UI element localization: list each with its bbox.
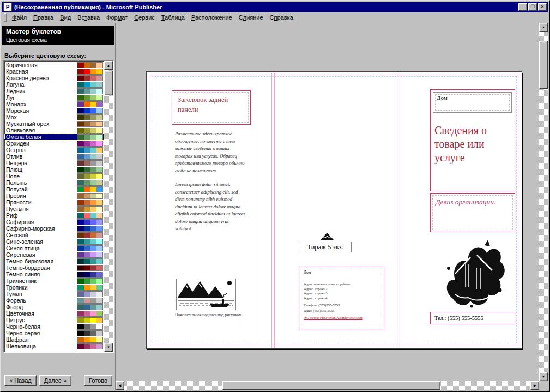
horizontal-scrollbar-track[interactable]	[124, 381, 530, 390]
scheme-option-Прерия[interactable]: Прерия	[4, 192, 104, 199]
scheme-option-Морская[interactable]: Морская	[4, 107, 104, 114]
scheme-option-Черно-белая[interactable]: Черно-белая	[4, 323, 104, 330]
scheme-option-Сиреневая[interactable]: Сиреневая	[4, 251, 104, 258]
scroll-up-icon[interactable]: ▲	[539, 23, 548, 32]
scheme-option-Мускатный орех[interactable]: Мускатный орех	[4, 120, 104, 127]
scheme-option-Красное дерево[interactable]: Красное дерево	[4, 75, 104, 81]
scroll-up-icon[interactable]: ▲	[104, 61, 113, 70]
scheme-name: Попугай	[6, 186, 77, 192]
vertical-scrollbar-track[interactable]	[539, 32, 548, 372]
scheme-option-Коричневая[interactable]: Коричневая	[4, 62, 104, 68]
scheme-option-Шафран[interactable]: Шафран	[4, 336, 104, 343]
scheme-option-Лагуна[interactable]: Лагуна	[4, 81, 104, 88]
horizontal-scrollbar-thumb[interactable]	[222, 381, 440, 390]
back-panel-body-textbox[interactable]: Разместите здесь краткое обобщение, но в…	[175, 130, 247, 239]
scheme-option-Монарх[interactable]: Монарх	[4, 101, 104, 107]
menu-item-Слияние[interactable]: Слияние	[235, 13, 267, 22]
scheme-option-Тропики[interactable]: Тропики	[4, 284, 104, 291]
scroll-right-icon[interactable]: ▶	[530, 381, 539, 390]
brochure-page[interactable]: Заголовок задней панели Разместите здесь…	[146, 71, 522, 349]
pyramid-logo-icon[interactable]	[320, 232, 334, 240]
scheme-option-Пещера[interactable]: Пещера	[4, 160, 104, 166]
scheme-option-Омела белая[interactable]: Омела белая	[4, 134, 104, 140]
scheme-option-Фьорд[interactable]: Фьорд	[4, 304, 104, 310]
front-panel-box[interactable]: Дом Сведения о товаре или услуге	[430, 89, 515, 191]
scheme-option-Отлив[interactable]: Отлив	[4, 153, 104, 160]
scheme-option-Риф[interactable]: Риф	[4, 212, 104, 219]
picture-caption[interactable]: Пояснительная подпись под рисунком.	[175, 312, 245, 318]
scheme-option-Сине-зеленая[interactable]: Сине-зеленая	[4, 238, 104, 245]
ink-drawing-clipart[interactable]	[439, 236, 507, 310]
scheme-swatches	[77, 343, 103, 349]
scheme-option-Цветочная[interactable]: Цветочная	[4, 310, 104, 317]
scrollbar-thumb[interactable]	[104, 71, 113, 95]
menu-item-Справка[interactable]: Справка	[267, 13, 297, 22]
menu-item-Файл[interactable]: Файл	[9, 13, 30, 22]
address-box[interactable]: Дом Адрес основного места работыАдрес, с…	[299, 267, 384, 330]
vertical-scrollbar-thumb[interactable]	[539, 41, 548, 89]
scheme-option-Темно-бордовая[interactable]: Темно-бордовая	[4, 264, 104, 271]
horizontal-scrollbar[interactable]: ◀ ▶	[116, 381, 539, 390]
scheme-option-Цитрус[interactable]: Цитрус	[4, 317, 104, 323]
tirazh-textbox[interactable]: Тираж 5 экз.	[299, 242, 352, 252]
org-name-box[interactable]: Дом	[433, 92, 512, 113]
scheme-list-scrollbar[interactable]: ▲ ▼	[104, 61, 113, 352]
scrollbar-track[interactable]	[104, 70, 113, 343]
menu-item-Вид[interactable]: Вид	[57, 13, 74, 22]
minimize-button[interactable]: _	[518, 3, 527, 11]
address-phone: Телефон: (555)555-5555	[304, 303, 379, 308]
scheme-option-Форель[interactable]: Форель	[4, 297, 104, 304]
scheme-option-Луг[interactable]: Луг	[4, 94, 104, 101]
scheme-option-Остров[interactable]: Остров	[4, 147, 104, 153]
scheme-option-Черно-серая[interactable]: Черно-серая	[4, 330, 104, 336]
scheme-option-Попугай[interactable]: Попугай	[4, 186, 104, 192]
scheme-swatches	[77, 258, 103, 264]
back-panel-heading-box[interactable]: Заголовок задней панели	[172, 90, 251, 125]
phone-box[interactable]: Тел.: (555) 555-5555	[430, 312, 515, 324]
close-button[interactable]: ✕	[538, 3, 547, 11]
scheme-option-Ледник[interactable]: Ледник	[4, 88, 104, 94]
motto-box[interactable]: Девиз организации.	[430, 193, 515, 232]
menu-item-Формат[interactable]: Формат	[103, 13, 131, 22]
scheme-option-Орхидеи[interactable]: Орхидеи	[4, 140, 104, 147]
scheme-option-Плющ[interactable]: Плющ	[4, 166, 104, 173]
scroll-down-icon[interactable]: ▼	[104, 343, 113, 352]
scroll-down-icon[interactable]: ▼	[539, 372, 548, 381]
scheme-name: Синяя птица	[6, 245, 77, 251]
menu-item-Расположение[interactable]: Расположение	[188, 13, 235, 22]
scheme-option-Мох[interactable]: Мох	[4, 114, 104, 120]
menu-item-Вставка[interactable]: Вставка	[74, 13, 103, 22]
scheme-swatches	[77, 330, 103, 336]
scheme-name: Цветочная	[6, 310, 77, 317]
scheme-swatches	[77, 337, 103, 343]
scheme-option-Сафирно-морская[interactable]: Сафирно-морская	[4, 225, 104, 232]
scheme-name: Остров	[6, 147, 77, 153]
scroll-left-icon[interactable]: ◀	[116, 381, 124, 390]
mountain-ship-clipart[interactable]	[176, 279, 236, 310]
scheme-option-Поле[interactable]: Поле	[4, 173, 104, 179]
scheme-option-Сексвой[interactable]: Сексвой	[4, 232, 104, 238]
finish-button[interactable]: Готово	[84, 375, 112, 386]
next-button[interactable]: Далее »	[39, 375, 71, 386]
scheme-option-Красная[interactable]: Красная	[4, 68, 104, 75]
scheme-option-Синяя птица[interactable]: Синяя птица	[4, 245, 104, 251]
scheme-option-Оливковая[interactable]: Оливковая	[4, 127, 104, 134]
scheme-swatches	[77, 206, 103, 212]
scheme-option-Пряности[interactable]: Пряности	[4, 199, 104, 206]
scheme-swatches	[77, 82, 103, 88]
menu-item-Сервис[interactable]: Сервис	[131, 13, 158, 22]
scheme-name: Плющ	[6, 166, 77, 173]
scheme-option-Сафирная[interactable]: Сафирная	[4, 219, 104, 225]
scheme-option-Темно-синяя[interactable]: Темно-синяя	[4, 271, 104, 278]
scheme-option-Темно-бирюзовая[interactable]: Темно-бирюзовая	[4, 258, 104, 264]
scheme-option-Полынь[interactable]: Полынь	[4, 179, 104, 186]
scheme-option-Трилистник[interactable]: Трилистник	[4, 278, 104, 284]
menu-item-Таблица[interactable]: Таблица	[158, 13, 188, 22]
back-button[interactable]: « Назад	[4, 375, 37, 386]
vertical-scrollbar[interactable]: ▲ ▼	[539, 23, 548, 381]
scheme-option-Пустыня[interactable]: Пустыня	[4, 206, 104, 212]
scheme-option-Туман[interactable]: Туман	[4, 291, 104, 297]
menu-item-Правка[interactable]: Правка	[30, 13, 57, 22]
maximize-button[interactable]: ❐	[528, 3, 537, 11]
scheme-option-Шелковица[interactable]: Шелковица	[4, 343, 104, 349]
